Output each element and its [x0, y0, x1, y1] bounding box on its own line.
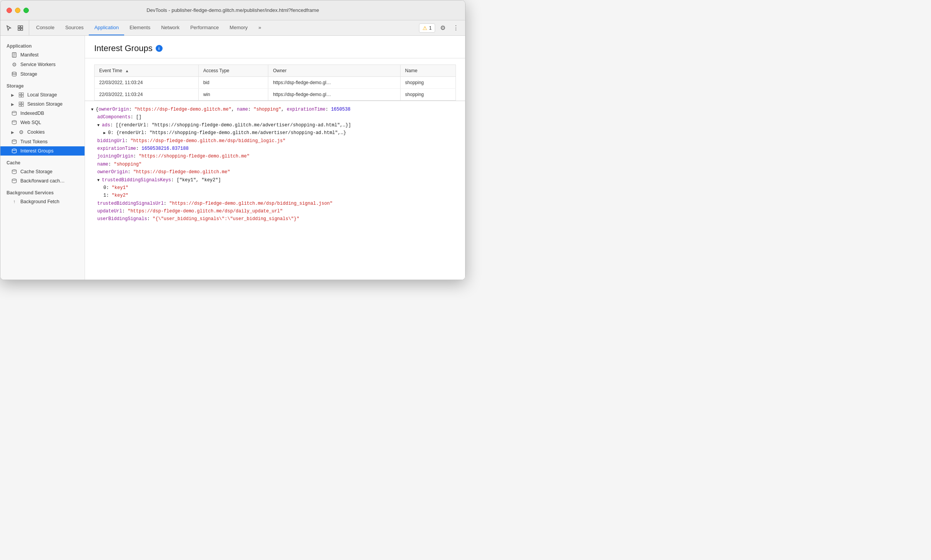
toggle-trusted-keys[interactable] — [97, 177, 102, 183]
web-sql-icon — [11, 120, 17, 125]
manifest-label: Manifest — [20, 52, 38, 58]
cell-name-1: shopping — [400, 89, 456, 101]
tab-console[interactable]: Console — [31, 20, 60, 35]
trust-tokens-icon — [11, 139, 17, 144]
svg-rect-1 — [21, 26, 23, 28]
sidebar-section-cache: Cache — [0, 156, 85, 167]
col-event-time[interactable]: Event Time ▲ — [95, 65, 199, 77]
sidebar-item-service-workers[interactable]: ⚙ Service Workers — [0, 60, 85, 70]
svg-rect-2 — [18, 28, 20, 30]
sidebar-item-background-fetch[interactable]: ↑ Background Fetch — [0, 197, 85, 206]
maximize-button[interactable] — [23, 8, 29, 13]
svg-point-21 — [12, 170, 17, 171]
sidebar-item-trust-tokens[interactable]: Trust Tokens — [0, 137, 85, 146]
sidebar-item-indexeddb[interactable]: IndexedDB — [0, 109, 85, 118]
sidebar-item-web-sql[interactable]: Web SQL — [0, 118, 85, 127]
close-button[interactable] — [7, 8, 12, 13]
svg-point-20 — [12, 149, 17, 151]
detail-line-11: 1: "key2" — [91, 192, 459, 199]
detail-line-7: name: "shopping" — [91, 161, 459, 168]
tab-sources[interactable]: Sources — [60, 20, 89, 35]
sort-arrow-icon: ▲ — [125, 69, 129, 73]
session-storage-arrow: ▶ — [11, 102, 14, 106]
sidebar-item-local-storage[interactable]: ▶ Local Storage — [0, 90, 85, 99]
window-title: DevTools - publisher-fledge-demo.glitch.… — [146, 7, 319, 13]
detail-panel: {ownerOrigin: "https://dsp-fledge-demo.g… — [85, 101, 465, 280]
cell-access-type-1: win — [198, 89, 268, 101]
table-row[interactable]: 22/03/2022, 11:03:24 bid https://dsp-fle… — [95, 77, 456, 89]
web-sql-label: Web SQL — [20, 120, 41, 125]
cache-storage-label: Cache Storage — [20, 169, 52, 174]
inspect-icon[interactable] — [15, 23, 26, 33]
main-layout: Application Manifest ⚙ Service Workers S… — [0, 36, 465, 280]
cookies-arrow: ▶ — [11, 130, 14, 134]
cell-event-time-1: 22/03/2022, 11:03:24 — [95, 89, 199, 101]
cell-owner-1: https://dsp-fledge-demo.gl… — [268, 89, 401, 101]
detail-line-1: adComponents: [] — [91, 113, 459, 121]
trust-tokens-label: Trust Tokens — [20, 139, 48, 144]
toolbar: Console Sources Application Elements Net… — [0, 20, 465, 36]
detail-line-6: joiningOrigin: "https://shopping-fledge-… — [91, 152, 459, 160]
storage-icon — [11, 72, 17, 76]
sidebar-item-cache-storage[interactable]: Cache Storage — [0, 167, 85, 176]
col-owner[interactable]: Owner — [268, 65, 401, 77]
settings-icon[interactable]: ⚙ — [437, 23, 448, 33]
more-options-icon[interactable]: ⋮ — [451, 23, 461, 33]
cookies-label: Cookies — [27, 129, 45, 135]
toggle-root[interactable] — [91, 107, 96, 112]
svg-rect-0 — [18, 26, 20, 28]
minimize-button[interactable] — [15, 8, 20, 13]
svg-rect-9 — [19, 93, 21, 94]
col-access-type[interactable]: Access Type — [198, 65, 268, 77]
traffic-lights — [0, 8, 29, 13]
tab-performance[interactable]: Performance — [185, 20, 224, 35]
toggle-ads-0[interactable] — [103, 130, 108, 136]
cache-storage-icon — [11, 169, 17, 174]
toggle-ads[interactable] — [97, 123, 102, 128]
indexeddb-icon — [11, 111, 17, 116]
back-forward-cache-label: Back/forward cach… — [20, 178, 65, 184]
sidebar-item-cookies[interactable]: ▶ ⚙ Cookies — [0, 127, 85, 137]
detail-line-0: {ownerOrigin: "https://dsp-fledge-demo.g… — [91, 106, 459, 113]
toolbar-right: ⚠ 1 ⚙ ⋮ — [419, 20, 465, 35]
cookies-icon: ⚙ — [18, 129, 24, 135]
service-workers-label: Service Workers — [20, 62, 55, 67]
interest-groups-icon — [11, 149, 17, 153]
detail-line-8: ownerOrigin: "https://dsp-fledge-demo.gl… — [91, 168, 459, 176]
interest-groups-table: Event Time ▲ Access Type Owner Name — [94, 65, 456, 101]
tab-memory[interactable]: Memory — [224, 20, 253, 35]
tab-application[interactable]: Application — [89, 20, 124, 35]
warning-badge[interactable]: ⚠ 1 — [419, 23, 435, 33]
sidebar-item-back-forward-cache[interactable]: Back/forward cach… — [0, 176, 85, 186]
background-fetch-label: Background Fetch — [20, 199, 59, 204]
tab-elements[interactable]: Elements — [124, 20, 156, 35]
sidebar-item-storage[interactable]: Storage — [0, 70, 85, 79]
detail-line-9: trustedBiddingSignalsKeys: ["key1", "key… — [91, 176, 459, 184]
cell-event-time-0: 22/03/2022, 11:03:24 — [95, 77, 199, 89]
cursor-icon[interactable] — [3, 23, 14, 33]
info-icon[interactable]: i — [156, 45, 163, 52]
service-workers-icon: ⚙ — [11, 61, 17, 68]
tab-network[interactable]: Network — [156, 20, 185, 35]
detail-line-2: ads: [{renderUrl: "https://shopping-fled… — [91, 121, 459, 129]
sidebar-item-interest-groups[interactable]: Interest Groups — [0, 146, 85, 156]
svg-rect-16 — [22, 104, 23, 106]
local-storage-icon — [18, 93, 24, 98]
toolbar-icons — [3, 20, 29, 35]
sidebar-item-session-storage[interactable]: ▶ Session Storage — [0, 99, 85, 109]
table-header-row: Event Time ▲ Access Type Owner Name — [95, 65, 456, 77]
sidebar: Application Manifest ⚙ Service Workers S… — [0, 36, 85, 280]
table-row[interactable]: 22/03/2022, 11:03:24 win https://dsp-fle… — [95, 89, 456, 101]
local-storage-arrow: ▶ — [11, 93, 14, 97]
svg-rect-3 — [21, 28, 23, 30]
background-fetch-icon: ↑ — [11, 199, 17, 204]
svg-rect-14 — [22, 102, 23, 104]
svg-rect-13 — [19, 102, 21, 104]
storage-label: Storage — [20, 71, 37, 77]
col-name[interactable]: Name — [400, 65, 456, 77]
detail-line-14: userBiddingSignals: "{\"user_bidding_sig… — [91, 215, 459, 223]
tab-more[interactable]: » — [253, 20, 266, 35]
sidebar-item-manifest[interactable]: Manifest — [0, 50, 85, 60]
svg-rect-11 — [19, 95, 21, 97]
svg-point-18 — [12, 121, 17, 122]
